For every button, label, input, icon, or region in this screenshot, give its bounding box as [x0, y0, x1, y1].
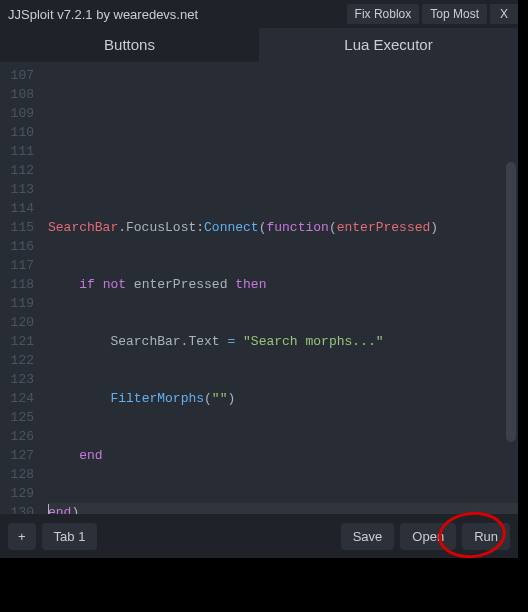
caret [48, 504, 49, 514]
close-button[interactable]: X [490, 4, 518, 24]
top-most-button[interactable]: Top Most [422, 4, 487, 24]
tab-buttons[interactable]: Buttons [0, 28, 259, 62]
code-line: if not enterPressed then [48, 275, 518, 294]
tab-lua-executor[interactable]: Lua Executor [259, 28, 518, 62]
line-number: 127 [0, 446, 34, 465]
app-window: JJSploit v7.2.1 by wearedevs.net Fix Rob… [0, 0, 518, 558]
line-number: 130 [0, 503, 34, 514]
app-title: JJSploit v7.2.1 by wearedevs.net [8, 7, 198, 22]
code-line: FilterMorphs("") [48, 389, 518, 408]
line-number: 119 [0, 294, 34, 313]
code-line: SearchBar.FocusLost:Connect(function(ent… [48, 218, 518, 237]
line-number: 116 [0, 237, 34, 256]
line-number: 115 [0, 218, 34, 237]
titlebar: JJSploit v7.2.1 by wearedevs.net Fix Rob… [0, 0, 518, 28]
line-number: 107 [0, 66, 34, 85]
open-button[interactable]: Open [400, 523, 456, 550]
line-number: 125 [0, 408, 34, 427]
line-number: 112 [0, 161, 34, 180]
script-tab-1[interactable]: Tab 1 [42, 523, 98, 550]
code-line [48, 161, 518, 180]
line-number: 110 [0, 123, 34, 142]
code-line: SearchBar.Text = "Search morphs..." [48, 332, 518, 351]
line-number: 126 [0, 427, 34, 446]
code-line: end [48, 446, 518, 465]
run-button[interactable]: Run [462, 523, 510, 550]
line-number: 124 [0, 389, 34, 408]
line-number: 123 [0, 370, 34, 389]
code-area[interactable]: SearchBar.FocusLost:Connect(function(ent… [48, 62, 518, 514]
line-number: 109 [0, 104, 34, 123]
active-line-highlight [48, 503, 518, 514]
new-tab-button[interactable]: + [8, 523, 36, 550]
line-number: 122 [0, 351, 34, 370]
line-number: 111 [0, 142, 34, 161]
line-number: 128 [0, 465, 34, 484]
code-editor[interactable]: 1071081091101111121131141151161171181191… [0, 62, 518, 514]
vertical-scrollbar[interactable] [506, 162, 516, 442]
line-number: 120 [0, 313, 34, 332]
line-number: 117 [0, 256, 34, 275]
save-button[interactable]: Save [341, 523, 395, 550]
line-number: 118 [0, 275, 34, 294]
fix-roblox-button[interactable]: Fix Roblox [347, 4, 420, 24]
bottom-bar: + Tab 1 Save Open Run [0, 514, 518, 558]
top-tabs: Buttons Lua Executor [0, 28, 518, 62]
line-number: 114 [0, 199, 34, 218]
line-number: 121 [0, 332, 34, 351]
line-number: 108 [0, 85, 34, 104]
line-number: 129 [0, 484, 34, 503]
line-gutter: 1071081091101111121131141151161171181191… [0, 62, 48, 514]
line-number: 113 [0, 180, 34, 199]
